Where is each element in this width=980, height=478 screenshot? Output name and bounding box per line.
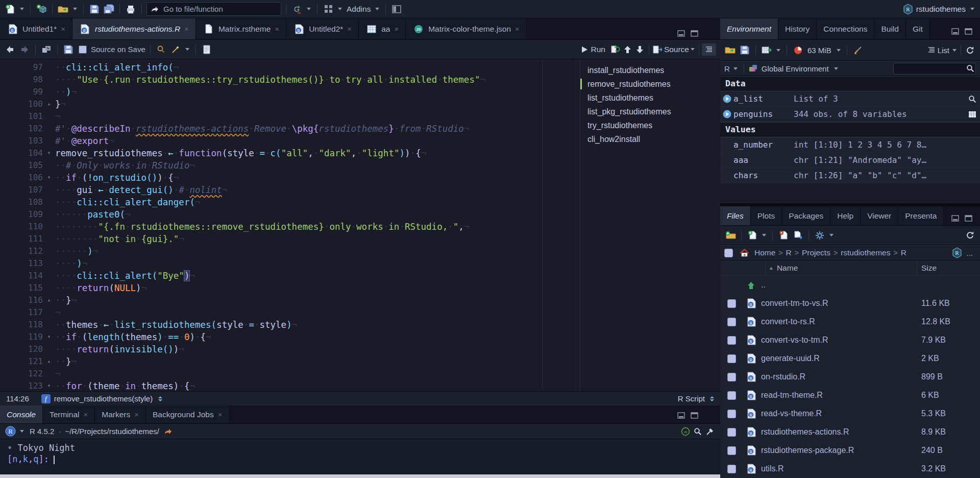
env-row-penguins[interactable]: penguins344 obs. of 8 variables (720, 107, 980, 122)
delete-file-icon[interactable] (777, 229, 790, 242)
fold-down-icon[interactable]: ▼ (43, 172, 55, 184)
new-file-dropdown-icon[interactable] (762, 234, 766, 236)
editor-tab-untitled2[interactable]: RUntitled2*× (286, 18, 359, 39)
popout-icon[interactable] (40, 43, 53, 56)
outline-item-list-pkg-rstudiothemes[interactable]: list_pkg_rstudiothemes (580, 105, 720, 118)
search-console-icon[interactable] (692, 425, 704, 438)
open-file-icon[interactable] (57, 3, 69, 15)
source-menu-icon[interactable] (652, 43, 664, 56)
minimize-pane-icon[interactable] (676, 411, 685, 420)
outline-item-list-rstudiothemes[interactable]: list_rstudiothemes (580, 91, 720, 105)
goto-file-input[interactable] (162, 4, 261, 14)
editor-scrollbar[interactable] (575, 59, 575, 391)
file-checkbox[interactable] (727, 354, 736, 363)
console-prompt[interactable]: [n,k,q]: (7, 453, 720, 465)
fold-up-icon[interactable]: ▲ (43, 294, 55, 306)
vcs-dropdown-icon[interactable] (307, 8, 311, 10)
source-dropdown-icon[interactable] (691, 48, 695, 51)
list-dropdown-icon[interactable] (952, 49, 957, 52)
tab-terminal[interactable]: Terminal× (43, 405, 95, 423)
close-tab-icon[interactable]: × (515, 25, 520, 33)
home-icon[interactable] (738, 247, 750, 259)
file-checkbox[interactable] (727, 446, 736, 455)
compile-report-icon[interactable] (201, 43, 213, 56)
name-column-header[interactable]: ▲ Name (766, 260, 917, 275)
tab-files[interactable]: Files (720, 206, 751, 225)
maximize-pane-icon[interactable] (964, 27, 973, 36)
source-on-save-checkbox[interactable] (79, 45, 87, 54)
refresh-icon[interactable] (964, 229, 976, 242)
file-checkbox[interactable] (727, 336, 736, 345)
line-number[interactable]: 101 (0, 110, 43, 123)
file-name[interactable]: convert-tm-to-vs.R (760, 299, 917, 308)
line-number[interactable]: 104 (0, 147, 43, 159)
breadcrumb-projects-2[interactable]: Projects (802, 248, 830, 257)
file-checkbox[interactable] (727, 373, 736, 381)
run-icon[interactable] (578, 43, 591, 56)
tab-plots[interactable]: Plots (751, 206, 782, 225)
file-row-rstudiothemes-package-r[interactable]: Rrstudiothemes-package.R240 B (720, 441, 980, 460)
file-name[interactable]: rstudiothemes-package.R (760, 446, 917, 455)
line-number[interactable]: 116 (0, 294, 43, 306)
breadcrumb-r-1[interactable]: R (786, 248, 792, 257)
forward-icon[interactable] (18, 43, 31, 56)
print-icon[interactable] (125, 3, 137, 15)
new-project-icon[interactable] (35, 3, 47, 15)
load-workspace-icon[interactable] (724, 44, 737, 56)
close-tab-icon[interactable]: × (134, 410, 139, 419)
close-tab-icon[interactable]: × (218, 410, 223, 419)
new-folder-icon[interactable] (724, 229, 737, 242)
file-checkbox[interactable] (727, 391, 736, 400)
refresh-icon[interactable] (964, 44, 976, 56)
file-name[interactable]: utils.R (760, 464, 917, 473)
environment-scope[interactable]: Global Environment (762, 64, 829, 73)
close-tab-icon[interactable]: × (394, 25, 399, 33)
new-file-icon[interactable] (4, 3, 16, 15)
tab-connections[interactable]: Connections (817, 18, 874, 39)
file-row-convert-to-rs-r[interactable]: Rconvert-to-rs.R12.8 KB (720, 313, 980, 331)
file-name[interactable]: on-rstudio.R (760, 372, 917, 381)
size-column-header[interactable]: Size (917, 264, 980, 273)
scope-dropdown-icon[interactable] (834, 67, 838, 70)
filetype-spinner-icon[interactable] (710, 396, 714, 401)
tab-environment[interactable]: Environment (720, 18, 778, 39)
rerun-icon[interactable] (609, 43, 622, 56)
env-row-aaa[interactable]: aaachr [1:21] "Andromeda" "ay… (720, 153, 980, 168)
list-label[interactable]: List (938, 46, 949, 55)
file-row-read-tm-theme-r[interactable]: Rread-tm-theme.R6 KB (720, 386, 980, 404)
working-dir-icon[interactable] (163, 427, 173, 436)
file-name[interactable]: convert-to-rs.R (760, 317, 917, 326)
environment-search-input[interactable] (893, 63, 976, 75)
language-dropdown-icon[interactable] (733, 67, 738, 70)
file-name[interactable]: rstudiothemes-actions.R (760, 427, 917, 437)
find-icon[interactable] (155, 43, 167, 56)
breadcrumb-rstudiothemes-3[interactable]: rstudiothemes (841, 248, 890, 257)
clear-console-icon[interactable] (704, 425, 716, 438)
save-all-icon[interactable] (103, 3, 115, 15)
line-number[interactable]: 103 (0, 135, 43, 147)
tab-presenta[interactable]: Presenta (898, 206, 944, 225)
file-checkbox[interactable] (727, 465, 736, 473)
editor-tab-aa[interactable]: aa× (359, 18, 406, 39)
new-blank-file-icon[interactable] (746, 229, 758, 242)
new-file-dropdown-icon[interactable] (20, 8, 24, 10)
fold-down-icon[interactable]: ▼ (43, 147, 55, 159)
line-number[interactable]: 119 (0, 331, 43, 343)
line-number[interactable]: 105 (0, 159, 43, 172)
file-checkbox[interactable] (727, 318, 736, 326)
editor-tab-matrix-rstheme[interactable]: Matrix.rstheme× (196, 18, 286, 39)
close-tab-icon[interactable]: × (184, 25, 189, 33)
line-number[interactable]: 107 (0, 184, 43, 196)
line-number[interactable]: 112 (0, 245, 43, 257)
file-checkbox[interactable] (727, 299, 736, 308)
addins-icon[interactable] (322, 3, 334, 15)
file-name[interactable]: generate-uuid.R (760, 354, 917, 363)
env-row-a-list[interactable]: a_listList of 3 (720, 91, 980, 107)
more-path-button[interactable]: ... (963, 249, 976, 257)
tab-background-jobs[interactable]: Background Jobs× (146, 405, 230, 423)
file-row-read-vs-theme-r[interactable]: Rread-vs-theme.R5.3 KB (720, 404, 980, 423)
editor-tab-matrix-color-theme-json[interactable]: JSMatrix-color-theme.json× (406, 18, 527, 39)
back-icon[interactable] (4, 43, 16, 56)
addins-grid-dropdown-icon[interactable] (338, 8, 342, 10)
line-number[interactable]: 109 (0, 208, 43, 221)
